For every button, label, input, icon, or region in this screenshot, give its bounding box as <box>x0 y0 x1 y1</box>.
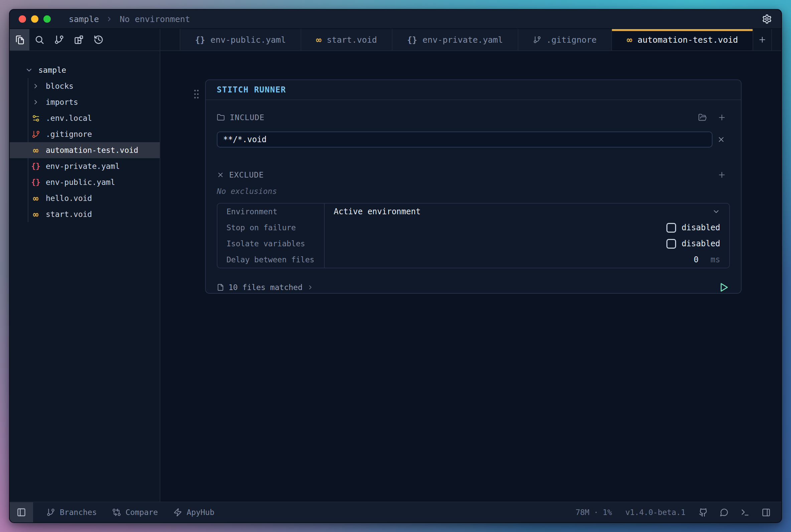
tab-automation-test[interactable]: ∞ automation-test.void <box>612 29 753 51</box>
browse-folder-icon[interactable] <box>695 111 711 124</box>
tree-item-imports[interactable]: imports <box>10 94 160 110</box>
include-label: INCLUDE <box>230 113 264 122</box>
infinity-icon: ∞ <box>316 35 321 44</box>
include-pattern-input[interactable] <box>217 132 713 148</box>
tab-label: .gitignore <box>547 35 597 45</box>
tab-label: start.void <box>327 35 377 45</box>
sliders-icon <box>31 114 40 122</box>
toggle-sidebar-icon[interactable] <box>10 502 33 522</box>
terminal-icon[interactable] <box>740 508 750 517</box>
checkbox-state-label: disabled <box>681 223 720 232</box>
tab-bar: {} env-public.yaml ∞ start.void {} env-p… <box>160 29 781 51</box>
memory-usage: 78M <box>575 508 590 517</box>
chevron-down-icon <box>24 66 34 74</box>
environment-select[interactable]: Active environment <box>325 204 729 220</box>
tab-label: env-public.yaml <box>210 35 286 45</box>
stitch-runner-panel: STITCH RUNNER INCLUDE <box>205 79 741 294</box>
tab-gitignore[interactable]: .gitignore <box>518 29 612 51</box>
compare-button[interactable]: Compare <box>112 508 158 517</box>
main-area: sample blocks imports <box>10 29 781 501</box>
compare-label: Compare <box>126 508 158 517</box>
infinity-icon: ∞ <box>31 210 40 219</box>
delay-value[interactable]: 0 <box>694 255 698 264</box>
setting-label: Stop on failure <box>218 220 325 235</box>
tab-label: env-private.yaml <box>423 35 503 45</box>
chat-bubble-icon[interactable] <box>720 508 729 517</box>
tree-item-automation-test[interactable]: ∞ automation-test.void <box>10 142 160 158</box>
setting-row-delay: Delay between files 0 ms <box>218 252 729 268</box>
run-button[interactable] <box>718 282 729 293</box>
tree-item-env-public[interactable]: {} env-public.yaml <box>10 174 160 190</box>
remove-pattern-icon[interactable] <box>713 132 730 148</box>
tree-root-sample[interactable]: sample <box>10 62 160 78</box>
tree-item-env-local[interactable]: .env.local <box>10 110 160 126</box>
status-bar-spacer <box>215 502 575 522</box>
branches-label: Branches <box>60 508 97 517</box>
toggle-right-panel-icon[interactable] <box>761 508 771 517</box>
x-icon <box>217 171 224 178</box>
setting-label: Isolate variables <box>218 235 325 252</box>
chevron-right-icon <box>31 82 40 90</box>
editor-column: {} env-public.yaml ∞ start.void {} env-p… <box>160 29 781 501</box>
tab-env-private[interactable]: {} env-private.yaml <box>392 29 518 51</box>
add-exclude-pattern-icon[interactable] <box>714 168 730 182</box>
breadcrumb-environment[interactable]: No environment <box>119 14 190 24</box>
settings-gear-icon[interactable] <box>762 14 772 24</box>
tree-item-label: automation-test.void <box>46 146 138 154</box>
resource-usage: 78M · 1% <box>575 508 612 517</box>
files-matched-info[interactable]: 10 files matched <box>217 283 314 292</box>
tree-item-blocks[interactable]: blocks <box>10 78 160 94</box>
checkbox-state-label: disabled <box>681 239 720 248</box>
tab-label: automation-test.void <box>637 35 738 45</box>
braces-icon: {} <box>407 36 417 44</box>
infinity-icon: ∞ <box>627 35 632 44</box>
panel-title: STITCH RUNNER <box>217 85 286 94</box>
cpu-usage: 1% <box>603 508 612 517</box>
history-icon[interactable] <box>89 29 108 51</box>
editor-viewport: STITCH RUNNER INCLUDE <box>160 51 781 501</box>
tree-item-label: start.void <box>46 210 92 218</box>
separator-dot: · <box>593 508 598 517</box>
status-bar-icons <box>699 508 771 517</box>
tree-item-label: env-private.yaml <box>46 162 120 171</box>
stop-on-failure-checkbox[interactable] <box>666 223 676 233</box>
breadcrumb-project[interactable]: sample <box>69 14 99 24</box>
tree-item-start-void[interactable]: ∞ start.void <box>10 206 160 222</box>
tab-bar-spacer <box>160 29 180 51</box>
zoom-window-button[interactable] <box>43 15 51 23</box>
add-include-pattern-icon[interactable] <box>714 111 730 124</box>
source-control-icon[interactable] <box>49 29 69 51</box>
chevron-down-icon[interactable] <box>712 208 720 215</box>
exclude-label: EXCLUDE <box>229 171 264 179</box>
file-icon <box>217 284 224 291</box>
blocks-icon[interactable] <box>69 29 89 51</box>
tree-item-label: .gitignore <box>46 130 92 138</box>
version-label: v1.4.0-beta.1 <box>625 508 685 517</box>
tab-start-void[interactable]: ∞ start.void <box>301 29 392 51</box>
files-matched-text: 10 files matched <box>228 283 302 292</box>
breadcrumb: sample No environment <box>69 14 190 24</box>
github-icon[interactable] <box>699 508 708 517</box>
drag-handle-icon[interactable] <box>192 89 201 100</box>
exclude-section-header: EXCLUDE <box>217 168 730 182</box>
panel-footer: 10 files matched <box>217 282 730 293</box>
panel-header: STITCH RUNNER <box>206 80 741 100</box>
tree-item-label: .env.local <box>46 114 92 122</box>
search-icon[interactable] <box>30 29 49 51</box>
setting-label: Environment <box>218 204 325 220</box>
apyhub-label: ApyHub <box>187 508 215 517</box>
tree-item-hello-void[interactable]: ∞ hello.void <box>10 190 160 206</box>
tree-item-env-private[interactable]: {} env-private.yaml <box>10 158 160 174</box>
isolate-variables-checkbox[interactable] <box>666 239 676 249</box>
branches-button[interactable]: Branches <box>47 508 97 517</box>
minimize-window-button[interactable] <box>31 15 38 23</box>
tree-item-gitignore[interactable]: .gitignore <box>10 126 160 142</box>
files-icon[interactable] <box>10 29 30 51</box>
apyhub-button[interactable]: ApyHub <box>173 508 215 517</box>
tab-env-public[interactable]: {} env-public.yaml <box>180 29 301 51</box>
chevron-right-icon <box>106 15 113 23</box>
close-window-button[interactable] <box>19 15 26 23</box>
new-tab-button[interactable] <box>753 29 772 51</box>
tree-item-label: blocks <box>46 82 73 91</box>
setting-row-stop-on-failure: Stop on failure disabled <box>218 220 729 235</box>
